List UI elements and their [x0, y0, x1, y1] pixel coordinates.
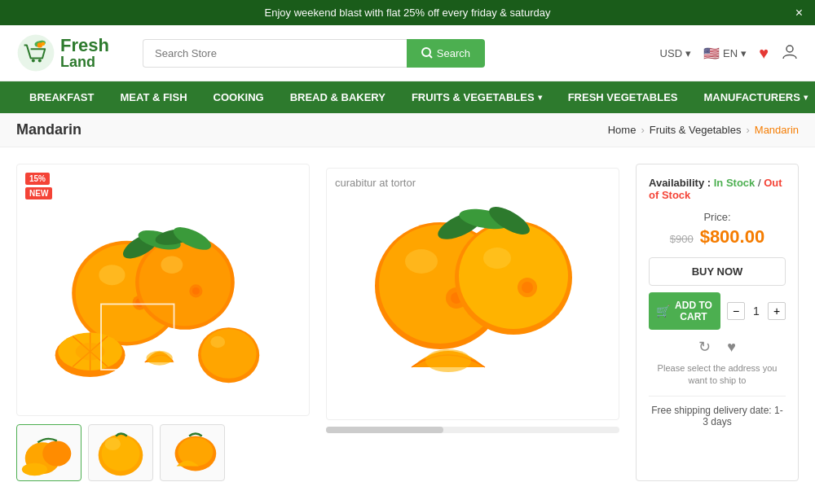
chevron-down-icon: ▾	[538, 93, 542, 102]
quantity-value: 1	[750, 305, 763, 318]
svg-point-12	[99, 265, 125, 286]
action-icons: ↻ ♥	[649, 338, 786, 356]
product-area: 15% NEW	[0, 147, 815, 497]
logo-icon	[16, 33, 55, 72]
header-right: USD ▾ 🇺🇸 EN ▾ ♥	[660, 42, 799, 64]
product-images: 15% NEW	[16, 164, 310, 481]
svg-point-36	[42, 440, 71, 466]
user-icon	[781, 42, 799, 60]
svg-point-45	[405, 249, 438, 274]
banner-text: Enjoy weekend blast with flat 25% off ev…	[265, 7, 551, 19]
wishlist-icon[interactable]: ♥	[759, 44, 769, 63]
product-description: curabitur at tortor	[326, 164, 619, 481]
svg-point-30	[146, 351, 172, 366]
breadcrumb-home[interactable]: Home	[608, 124, 637, 136]
thumb-image-3	[161, 424, 224, 481]
svg-point-40	[105, 437, 121, 450]
breadcrumb-sep: ›	[746, 124, 749, 136]
svg-point-50	[483, 248, 511, 269]
image-scrollbar[interactable]	[326, 427, 619, 433]
logo-land: Land	[60, 55, 109, 69]
language-selector[interactable]: 🇺🇸 EN ▾	[703, 46, 747, 61]
product-zoom-view: curabitur at tortor	[326, 168, 619, 420]
breadcrumb: Home › Fruits & Vegetables › Mandarin	[608, 124, 799, 136]
shipping-note: Please select the address you want to sh…	[649, 362, 786, 388]
desc-text-partial: curabitur at tortor	[335, 177, 416, 189]
svg-point-56	[425, 349, 471, 372]
account-icon[interactable]	[781, 42, 799, 64]
zoomed-image	[363, 180, 583, 408]
page-title: Mandarin	[16, 121, 82, 138]
search-input[interactable]	[143, 39, 407, 68]
thumbnail-3[interactable]	[160, 424, 225, 481]
new-badge: NEW	[25, 187, 52, 199]
header: Fresh Land Search USD ▾ 🇺🇸 EN ▾ ♥	[0, 25, 815, 81]
main-image: 15% NEW	[16, 164, 310, 416]
breadcrumb-bar: Mandarin Home › Fruits & Vegetables › Ma…	[0, 113, 815, 147]
nav-bar: BREAKFAST MEAT & FISH COOKING BREAD & BA…	[0, 81, 815, 113]
wishlist-button[interactable]: ♥	[727, 338, 736, 356]
thumbnail-1[interactable]	[16, 424, 82, 481]
nav-item-meat-fish[interactable]: MEAT & FISH	[107, 81, 200, 113]
chevron-down-icon: ▾	[741, 47, 747, 59]
price-new: $800.00	[700, 226, 765, 247]
thumb-image-2	[89, 424, 152, 481]
banner-close-button[interactable]: ×	[795, 6, 803, 20]
nav-item-breakfast[interactable]: BREAKFAST	[16, 81, 107, 113]
logo[interactable]: Fresh Land	[16, 33, 114, 72]
product-main-image	[32, 177, 294, 402]
refresh-button[interactable]: ↻	[698, 338, 711, 356]
quantity-decrease-button[interactable]: −	[727, 302, 745, 320]
chevron-down-icon: ▾	[685, 47, 691, 59]
in-stock-label: In Stock	[714, 177, 756, 189]
svg-point-19	[192, 287, 200, 295]
tabs-wrapper: OVERVIEW - SPECIFICATIONS - PRODUCT TAGS…	[0, 497, 815, 504]
nav-item-fresh-veg[interactable]: FRESH VEGETABLES	[555, 81, 691, 113]
search-area: Search	[143, 39, 485, 68]
nav-item-fruits-veg[interactable]: FRUITS & VEGETABLES ▾	[399, 81, 555, 113]
svg-point-32	[201, 329, 257, 379]
search-button[interactable]: Search	[407, 39, 485, 68]
add-to-cart-button[interactable]: 🛒 ADD TO CART	[649, 292, 720, 330]
quantity-increase-button[interactable]: +	[768, 302, 786, 320]
free-shipping-note: Free shipping delivery date: 1-3 days	[649, 396, 786, 427]
cart-icon: 🛒	[656, 305, 670, 318]
price-old: $900	[670, 233, 694, 245]
svg-point-16	[139, 239, 231, 326]
svg-point-37	[22, 463, 47, 476]
thumbnail-row	[16, 424, 310, 481]
price-label: Price:	[649, 211, 786, 223]
logo-text: Fresh Land	[60, 37, 109, 69]
svg-point-7	[422, 48, 430, 56]
svg-point-33	[210, 336, 225, 348]
svg-point-0	[18, 35, 55, 72]
nav-item-bread-bakery[interactable]: BREAD & BAKERY	[277, 81, 399, 113]
currency-selector[interactable]: USD ▾	[660, 47, 691, 59]
svg-point-52	[522, 282, 533, 293]
breadcrumb-sep: ›	[641, 124, 644, 136]
flag-icon: 🇺🇸	[703, 46, 720, 61]
svg-point-6	[41, 42, 45, 46]
buy-now-button[interactable]: BUY NOW	[649, 257, 786, 286]
breadcrumb-current: Mandarin	[755, 124, 799, 136]
svg-point-9	[786, 46, 793, 52]
svg-point-29	[76, 343, 105, 360]
nav-item-cooking[interactable]: COOKING	[200, 81, 277, 113]
thumb-image-1	[17, 424, 81, 481]
thumbnail-2[interactable]	[88, 424, 153, 481]
search-icon	[421, 47, 433, 59]
quantity-controls: − 1 +	[727, 302, 786, 320]
discount-badge: 15%	[25, 173, 50, 185]
svg-line-8	[430, 55, 432, 58]
svg-point-17	[161, 256, 183, 274]
svg-point-1	[32, 59, 35, 63]
breadcrumb-category[interactable]: Fruits & Vegetables	[650, 124, 742, 136]
svg-point-2	[38, 59, 42, 63]
nav-item-manufacturers[interactable]: MANUFACTURERS ▾	[690, 81, 815, 113]
purchase-panel: Availability : In Stock / Out of Stock P…	[636, 164, 799, 481]
logo-fresh: Fresh	[60, 37, 109, 55]
price-row: $900 $800.00	[649, 226, 786, 248]
top-banner: Enjoy weekend blast with flat 25% off ev…	[0, 0, 815, 25]
add-to-cart-row: 🛒 ADD TO CART − 1 +	[649, 292, 786, 330]
chevron-down-icon: ▾	[804, 93, 808, 102]
